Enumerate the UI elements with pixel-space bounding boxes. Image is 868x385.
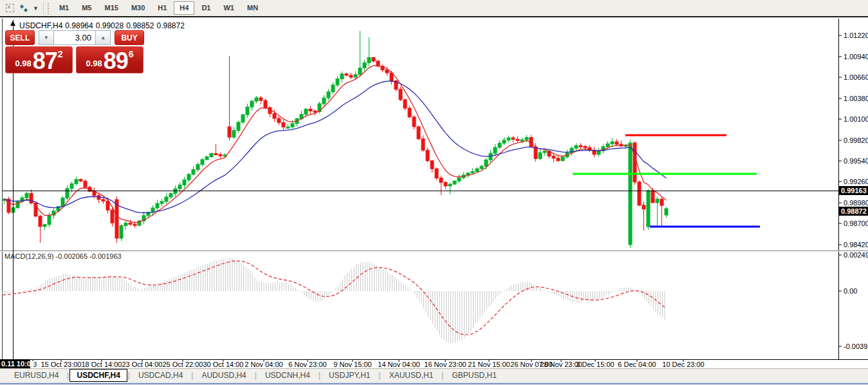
symbol-tab-usdchf[interactable]: USDCHF,H4 (69, 369, 127, 382)
sell-button[interactable]: SELL (5, 30, 35, 45)
candle (579, 146, 582, 147)
svg-text:0.11 10:00: 0.11 10:00 (1, 360, 35, 368)
candle (210, 153, 213, 156)
buy-price-button[interactable]: 0.98 89 6 (76, 46, 143, 73)
candle (120, 226, 123, 238)
time-tick: 25 Oct 22:00 (163, 361, 203, 368)
time-tick: 9 Nov 15:00 (333, 361, 371, 368)
one-click-trading-panel: SELL ▼ ▲ BUY 0.98 87 2 0.98 89 6 (5, 30, 144, 74)
candle (363, 63, 366, 68)
candle (286, 127, 290, 128)
candle (367, 57, 371, 62)
candle (435, 169, 438, 178)
symbol-tab-usdcad[interactable]: USDCAD,H4 (131, 370, 190, 381)
time-tick: 18 Oct 14:00 (82, 361, 122, 368)
volume-decrease-spinner[interactable]: ▼ (39, 30, 54, 45)
ohlc-low: 0.98852 (126, 21, 154, 30)
candle (575, 146, 578, 148)
time-tick: 30 Oct 14:00 (203, 361, 244, 368)
ohlc-high: 0.99028 (96, 21, 124, 30)
candle (48, 215, 51, 225)
price-tick: 0.99820 (844, 136, 868, 144)
candle (201, 160, 204, 165)
price-tick: 1.00380 (844, 95, 868, 102)
candle (561, 157, 564, 161)
candle (156, 203, 159, 208)
candle (647, 191, 650, 227)
price-tick: 0.98700 (844, 220, 868, 227)
candle (241, 115, 245, 122)
candle (66, 189, 69, 198)
candle (187, 174, 190, 180)
candle (494, 147, 497, 153)
ma-slow-line (5, 81, 667, 213)
candle (264, 100, 267, 108)
candle (322, 98, 326, 104)
candle (516, 139, 519, 140)
candle (525, 138, 528, 140)
candle (408, 108, 411, 117)
symbol-tab-usdcnh[interactable]: USDCNH,H4 (257, 370, 318, 381)
candle (665, 209, 668, 215)
candle (629, 143, 632, 245)
candle (205, 157, 208, 160)
time-tick: 16 Nov 23:00 (424, 361, 466, 368)
symbol-tabs-bar: EURUSD,H4|USDCHF,H4|USDCAD,H4|AUDUSD,H4|… (0, 368, 868, 382)
svg-text:0.98872: 0.98872 (841, 207, 867, 215)
price-tick: 1.01220 (844, 32, 868, 39)
candle (259, 98, 263, 100)
candle (651, 191, 654, 203)
candle (43, 225, 46, 227)
candle (345, 74, 348, 75)
symbol-tab-gbpusd[interactable]: GBPUSD,H1 (444, 370, 504, 381)
volume-increase-spinner[interactable]: ▲ (95, 30, 111, 45)
candle (485, 160, 488, 166)
up-arrow-object[interactable] (10, 21, 15, 26)
candle (543, 151, 546, 153)
symbol-tab-usdjpy[interactable]: USDJPY,H1 (321, 370, 378, 381)
macd-indicator-label: MACD(12,26,9) -0.002065 -0.001963 (5, 252, 122, 260)
candle (183, 180, 186, 185)
candle (313, 111, 317, 112)
candle (656, 199, 659, 203)
time-tick: 23 Oct 04:00 (122, 361, 163, 368)
candle (340, 74, 344, 79)
symbol-tab-eurusd[interactable]: EURUSD,H4 (6, 370, 66, 381)
candle (606, 144, 609, 146)
candle (421, 139, 425, 151)
candle (178, 185, 181, 189)
candle (219, 155, 222, 156)
candle (25, 193, 28, 198)
ohlc-close: 0.98872 (157, 21, 185, 30)
candle (642, 205, 645, 209)
candle (448, 184, 452, 186)
price-tick: 0.98420 (844, 241, 868, 249)
candle (638, 182, 641, 205)
candle (309, 109, 312, 111)
sell-price-button[interactable]: 0.98 87 2 (5, 46, 73, 73)
candle (39, 216, 42, 227)
symbol-tab-audusd[interactable]: AUDUSD,H4 (194, 370, 254, 381)
candle (507, 138, 510, 140)
macd-tick: 0.00 (844, 287, 857, 295)
candle (237, 122, 240, 131)
candle (133, 224, 136, 225)
candle (660, 199, 663, 205)
candle (480, 166, 483, 169)
chart-symbol: USDCHF,H4 (19, 21, 62, 30)
candle (246, 107, 249, 115)
candle (214, 153, 217, 155)
candle (584, 146, 587, 147)
candle (430, 161, 434, 169)
candle (597, 151, 600, 155)
sell-price-prefix: 0.98 (15, 59, 31, 68)
macd-pane (3, 258, 665, 343)
symbol-tab-xauusd[interactable]: XAUUSD,H1 (382, 370, 441, 381)
buy-button[interactable]: BUY (115, 30, 144, 45)
candle (611, 142, 614, 144)
candle (169, 194, 172, 197)
volume-input[interactable] (54, 30, 95, 45)
candle (70, 183, 73, 188)
candle (61, 198, 64, 207)
candle (417, 127, 420, 139)
